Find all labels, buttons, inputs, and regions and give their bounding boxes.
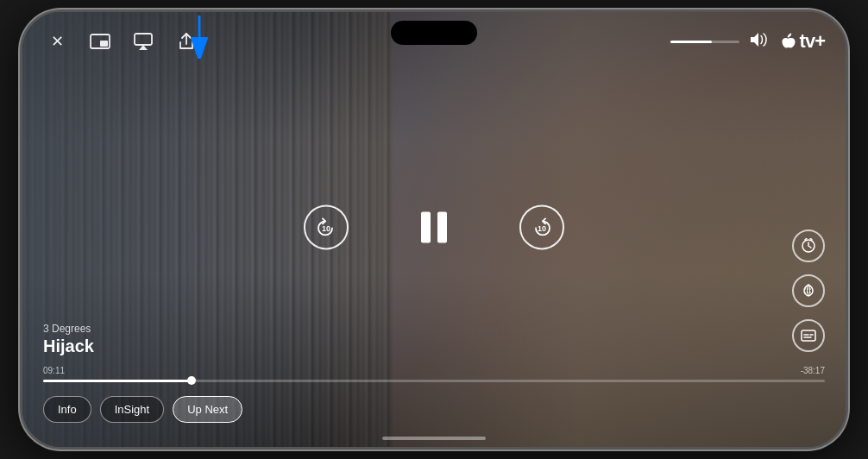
airplay-indicator-arrow <box>186 16 212 59</box>
progress-section: 09:11 -38:17 <box>43 366 825 382</box>
volume-icon <box>750 32 769 51</box>
episode-title: Hijack <box>43 336 94 356</box>
dynamic-island <box>391 21 477 45</box>
time-row: 09:11 -38:17 <box>43 366 825 375</box>
subtitles-button[interactable] <box>792 319 825 352</box>
volume-slider[interactable] <box>670 41 739 43</box>
svg-text:10: 10 <box>322 224 330 233</box>
forward-button[interactable]: 10 <box>519 204 564 249</box>
progress-fill <box>43 380 192 382</box>
svg-rect-4 <box>135 34 152 45</box>
volume-fill <box>670 41 712 43</box>
appletv-logo: tv+ <box>779 30 825 53</box>
top-left-controls: ✕ <box>43 28 200 55</box>
remaining-time: -38:17 <box>801 366 825 375</box>
airplay-button[interactable] <box>129 28 157 55</box>
show-name: 3 Degrees <box>43 323 94 335</box>
svg-marker-6 <box>751 33 758 47</box>
tab-info[interactable]: Info <box>43 396 91 423</box>
svg-rect-8 <box>421 211 431 242</box>
svg-rect-9 <box>437 211 447 242</box>
svg-rect-12 <box>802 330 815 341</box>
close-button[interactable]: ✕ <box>43 28 71 55</box>
title-area: 3 Degrees Hijack <box>43 323 94 356</box>
pip-button[interactable] <box>86 28 114 55</box>
center-controls: 10 10 <box>22 204 846 249</box>
tab-up-next[interactable]: Up Next <box>173 396 242 423</box>
progress-thumb <box>187 376 196 385</box>
bottom-tabs: Info InSight Up Next <box>43 396 242 423</box>
svg-rect-3 <box>100 41 108 47</box>
pause-button[interactable] <box>418 210 450 244</box>
phone-frame: ✕ <box>20 9 848 450</box>
home-indicator <box>382 437 486 440</box>
playback-speed-button[interactable] <box>792 230 825 262</box>
rewind-button[interactable]: 10 <box>304 204 349 249</box>
top-right-controls: tv+ <box>670 30 825 53</box>
controls-overlay: ✕ <box>22 12 846 447</box>
audio-tracks-button[interactable] <box>792 274 825 307</box>
power-button[interactable] <box>846 141 848 211</box>
progress-bar[interactable] <box>43 380 825 382</box>
svg-text:10: 10 <box>538 224 546 233</box>
current-time: 09:11 <box>43 366 65 375</box>
right-side-buttons <box>792 230 825 352</box>
tv-plus-text: tv+ <box>800 30 825 53</box>
tab-insight[interactable]: InSight <box>100 396 164 423</box>
svg-marker-5 <box>139 45 148 50</box>
